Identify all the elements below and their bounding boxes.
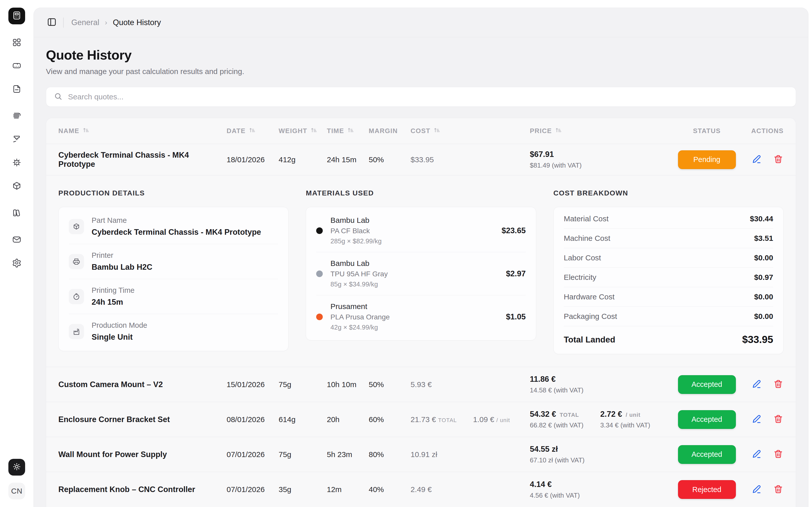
section-title: PRODUCTION DETAILS [58,189,289,197]
detail-item-printing-time: Printing Time24h 15m [69,279,278,314]
cost-line: Packaging Cost$0.00 [564,307,773,326]
dashboard-grid-icon [12,38,21,48]
chip-icon [12,158,21,168]
cost-line: Machine Cost$3.51 [564,229,773,248]
quote-name: Custom Camera Mount – V2 [58,380,226,389]
search-bar[interactable] [46,87,796,107]
sidebar-item-library[interactable] [8,205,25,222]
status-badge[interactable]: Accepted [678,445,736,464]
column-header-weight[interactable]: WEIGHT [278,127,327,135]
cost-line: Labor Cost$0.00 [564,248,773,268]
edit-button[interactable] [751,379,762,390]
delete-button[interactable] [773,154,783,165]
edit-button[interactable] [751,414,762,425]
pencil-icon [752,449,761,460]
sidebar-item-settings[interactable] [8,255,25,272]
box-icon [69,219,84,234]
quote-time: 10h 10m [327,380,369,389]
quote-cost: 21.73 € TOTAL 1.09 € / unit [411,415,530,424]
sidebar-item-printers[interactable] [8,131,25,148]
settings-gear-icon [12,258,21,269]
breadcrumb-chevron-icon: › [105,18,107,26]
column-header-price[interactable]: PRICE [530,127,668,135]
quote-margin: 40% [369,485,411,494]
table-row[interactable]: Cyberdeck Terminal Chassis - MK4 Prototy… [46,144,796,175]
sidebar-toggle-button[interactable] [46,17,58,29]
column-header-margin: MARGIN [369,127,411,135]
sort-icon [83,127,89,135]
sidebar-item-filaments[interactable] [8,108,25,125]
sort-icon [310,127,317,135]
page-title: Quote History [46,47,796,63]
sort-icon [555,127,562,135]
material-item: Bambu LabPA CF Black285g × $82.99/kg $23… [316,209,525,252]
factory-icon [69,324,84,339]
detail-item-part-name: Part NameCyberdeck Terminal Chassis - MK… [69,209,278,244]
search-input[interactable] [68,93,788,101]
mail-icon [12,235,21,245]
cost-breakdown-section: COST BREAKDOWN Material Cost$30.44 Machi… [553,189,783,354]
theme-toggle-button[interactable] [8,459,25,475]
pencil-icon [752,485,761,495]
material-item: Bambu LabTPU 95A HF Gray85g × $34.99/kg … [316,252,525,295]
table-row[interactable]: Wall Mount for Power Supply 07/01/2026 7… [46,437,796,472]
sidebar-item-electronics[interactable] [8,155,25,171]
sort-icon [347,127,354,135]
table-row[interactable]: Replacement Knob – CNC Controller 07/01/… [46,472,796,507]
sidebar-item-calculator[interactable] [8,8,25,24]
printer-nozzle-icon [12,134,21,145]
quote-detail-panel: PRODUCTION DETAILS Part NameCyberdeck Te… [46,175,796,367]
quote-margin: 50% [369,380,411,389]
main-panel: General › Quote History Quote History Vi… [34,8,808,507]
delete-button[interactable] [773,449,783,460]
detail-item-production-mode: Production ModeSingle Unit [69,314,278,349]
sidebar-item-machines[interactable] [8,58,25,74]
status-badge[interactable]: Pending [678,150,736,169]
trash-icon [773,485,783,495]
quote-weight: 75g [278,380,327,389]
edit-button[interactable] [751,449,762,460]
table-row[interactable]: Enclosure Corner Bracket Set 08/01/2026 … [46,402,796,437]
quote-weight: 75g [278,450,327,459]
breadcrumb-bar: General › Quote History [34,8,808,37]
quote-weight: 614g [278,415,327,424]
breadcrumb-page: Quote History [113,18,161,27]
column-header-date[interactable]: DATE [226,127,278,135]
quote-price: $67.91$81.49 (with VAT) [530,150,668,169]
delete-button[interactable] [773,414,783,425]
quote-date: 18/01/2026 [226,155,278,164]
material-color-dot [316,227,323,234]
sidebar-item-mail[interactable] [8,232,25,248]
status-badge[interactable]: Rejected [678,480,736,499]
material-item: PrusamentPLA Prusa Orange42g × $24.99/kg… [316,295,525,338]
quote-weight: 412g [278,155,327,164]
quote-name: Wall Mount for Power Supply [58,450,226,459]
table-row[interactable]: Custom Camera Mount – V2 15/01/2026 75g … [46,367,796,402]
breadcrumb-section[interactable]: General [71,18,99,27]
sort-icon [249,127,255,135]
materials-used-section: MATERIALS USED Bambu LabPA CF Black285g … [306,189,536,354]
sidebar-item-packages[interactable] [8,178,25,195]
production-details-section: PRODUCTION DETAILS Part NameCyberdeck Te… [58,189,289,354]
calculator-icon [12,11,21,21]
page-subtitle: View and manage your past calculation re… [46,67,796,76]
panel-left-icon [47,17,57,28]
status-badge[interactable]: Accepted [678,375,736,394]
pencil-icon [752,154,761,165]
sidebar-item-dashboard[interactable] [8,35,25,51]
column-header-cost[interactable]: COST [411,127,530,135]
sidebar-item-documents[interactable] [8,81,25,98]
user-avatar[interactable]: CN [8,483,25,499]
library-icon [12,208,21,219]
column-header-name[interactable]: NAME [58,127,226,135]
delete-button[interactable] [773,379,783,390]
edit-button[interactable] [751,154,762,165]
column-header-actions: ACTIONS [746,127,783,135]
delete-button[interactable] [773,484,783,495]
section-title: COST BREAKDOWN [553,189,783,197]
edit-button[interactable] [751,484,762,495]
column-header-time[interactable]: TIME [327,127,369,135]
status-badge[interactable]: Accepted [678,410,736,429]
quote-margin: 60% [369,415,411,424]
column-header-status: STATUS [668,127,746,135]
